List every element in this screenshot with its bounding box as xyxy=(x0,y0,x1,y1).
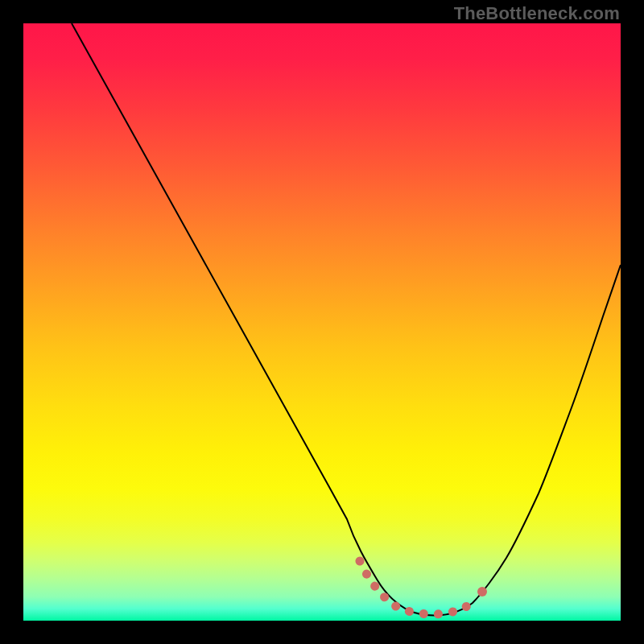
plot-area xyxy=(23,23,621,621)
watermark-text: TheBottleneck.com xyxy=(454,3,620,24)
optimal-range-dots xyxy=(360,561,473,614)
chart-frame: TheBottleneck.com xyxy=(0,0,644,644)
bottleneck-curve xyxy=(72,23,621,615)
optimal-end-dot xyxy=(477,587,487,597)
curve-layer xyxy=(23,23,621,621)
